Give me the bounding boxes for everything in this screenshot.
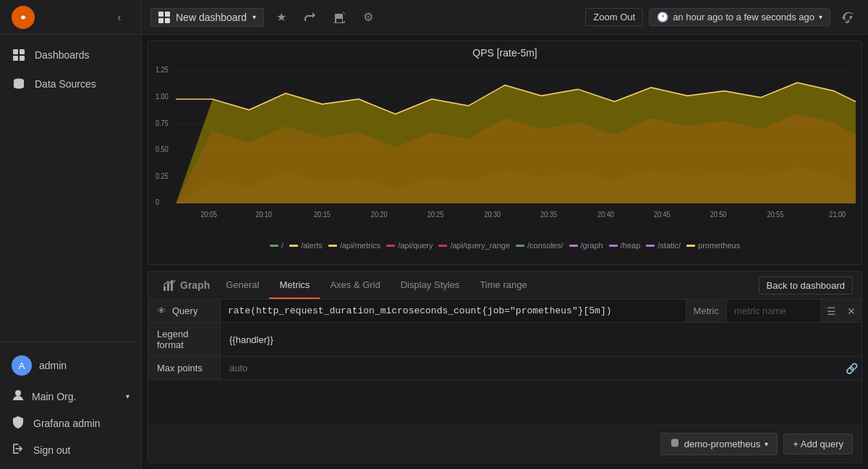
legend-color: [289, 245, 298, 247]
sidebar-item-signout[interactable]: Sign out: [0, 436, 141, 463]
legend-format-label: Legend format: [148, 323, 221, 356]
legend-item[interactable]: /static/: [646, 241, 681, 250]
svg-rect-4: [13, 56, 18, 61]
legend-item[interactable]: /api/query: [386, 241, 433, 250]
shield-icon: [12, 415, 25, 431]
sidebar-user: A admin: [0, 348, 141, 383]
avatar: A: [12, 355, 32, 376]
tab-axes-grid[interactable]: Axes & Grid: [320, 272, 390, 299]
legend-item[interactable]: prometheus: [686, 241, 740, 250]
datasource-button[interactable]: demo-prometheus ▾: [660, 433, 778, 455]
dashboard-caret-icon: ▾: [252, 13, 256, 21]
sidebar: ‹ Dashboards D: [0, 0, 142, 469]
max-points-input[interactable]: [221, 357, 838, 379]
svg-text:20:50: 20:50: [710, 211, 727, 219]
legend-color: [516, 245, 524, 247]
legend-item[interactable]: /heap: [609, 241, 641, 250]
svg-rect-2: [13, 49, 18, 54]
legend-item[interactable]: /graph: [569, 241, 603, 250]
legend-item[interactable]: /api/metrics: [328, 241, 380, 250]
sidebar-item-datasources[interactable]: Data Sources: [0, 69, 141, 98]
query-label: 👁 Query: [148, 300, 221, 322]
refresh-button[interactable]: [836, 6, 859, 29]
sidebar-nav: Dashboards Data Sources: [0, 35, 141, 342]
datasource-label: demo-prometheus: [684, 439, 761, 449]
metric-label: Metric: [686, 300, 726, 322]
svg-text:20:45: 20:45: [654, 211, 671, 219]
dashboard-title-button[interactable]: New dashboard ▾: [150, 8, 264, 27]
svg-text:0.75: 0.75: [156, 119, 169, 127]
svg-rect-5: [20, 56, 25, 61]
svg-text:20:20: 20:20: [371, 211, 388, 219]
org-label: Main Org.: [32, 391, 76, 402]
chart-panel: QPS [rate-5m] 1.25 1.00 0.75 0.50 0.25 0: [148, 41, 862, 265]
dashboards-label: Dashboards: [35, 49, 90, 61]
dashboard-grid-icon: [158, 12, 170, 23]
clock-icon: 🕐: [657, 12, 668, 22]
tab-general[interactable]: General: [216, 272, 269, 299]
sidebar-item-dashboards[interactable]: Dashboards: [0, 41, 141, 69]
grafana-admin-label: Grafana admin: [33, 418, 101, 429]
legend-color: [646, 245, 655, 247]
sidebar-item-org[interactable]: Main Org. ▾: [0, 383, 141, 410]
query-row-actions: ☰ ✕: [820, 300, 861, 322]
svg-text:1.00: 1.00: [156, 92, 169, 101]
metric-name-input[interactable]: [726, 300, 820, 322]
legend-item[interactable]: /alerts: [289, 241, 323, 250]
settings-button[interactable]: ⚙: [357, 6, 380, 29]
editor-tabs: Graph General Metrics Axes & Grid Displa…: [148, 271, 861, 300]
tab-display-styles[interactable]: Display Styles: [391, 272, 470, 299]
svg-text:20:40: 20:40: [597, 211, 614, 219]
max-points-link-button[interactable]: 🔗: [841, 363, 861, 374]
svg-rect-36: [167, 283, 169, 291]
zoom-out-button[interactable]: Zoom Out: [585, 8, 643, 26]
signout-label: Sign out: [33, 444, 70, 456]
query-remove-button[interactable]: ✕: [841, 300, 861, 322]
svg-text:0.50: 0.50: [156, 145, 169, 154]
database-icon: [12, 77, 26, 91]
save-button[interactable]: [328, 6, 351, 29]
legend-item[interactable]: /api/query_range: [438, 241, 510, 250]
svg-text:20:05: 20:05: [200, 211, 217, 219]
time-range-label: an hour ago to a few seconds ago: [673, 12, 814, 22]
svg-text:20:55: 20:55: [767, 211, 783, 219]
svg-rect-35: [163, 286, 166, 291]
eye-icon[interactable]: 👁: [157, 305, 166, 316]
tab-time-range[interactable]: Time range: [469, 272, 537, 299]
legend-item[interactable]: /consoles/: [516, 241, 563, 250]
legend-item[interactable]: /: [270, 241, 284, 250]
svg-point-1: [22, 15, 25, 19]
svg-text:20:30: 20:30: [484, 211, 501, 219]
svg-rect-3: [20, 49, 25, 54]
query-field-label: Query: [172, 305, 197, 316]
legend-color: [438, 245, 447, 247]
panel-type-label: Graph: [180, 279, 210, 291]
legend-format-input[interactable]: [221, 329, 861, 351]
svg-marker-22: [176, 83, 856, 203]
sidebar-item-grafana-admin[interactable]: Grafana admin: [0, 410, 141, 436]
share-button[interactable]: [299, 6, 322, 29]
sidebar-collapse-button[interactable]: ‹: [109, 7, 129, 28]
add-query-button[interactable]: + Add query: [783, 434, 853, 455]
panel-type-icon: Graph: [157, 271, 216, 299]
datasource-db-icon: [670, 438, 680, 450]
chart-area: 1.25 1.00 0.75 0.50 0.25 0: [148, 64, 861, 238]
org-icon: [12, 389, 25, 404]
svg-text:20:35: 20:35: [540, 211, 557, 219]
tab-metrics[interactable]: Metrics: [269, 272, 320, 299]
star-button[interactable]: ★: [270, 6, 293, 29]
time-range-button[interactable]: 🕐 an hour ago to a few seconds ago ▾: [649, 8, 830, 26]
editor-footer: demo-prometheus ▾ + Add query: [148, 425, 861, 462]
query-options-button[interactable]: ☰: [821, 300, 841, 322]
sidebar-bottom: A admin Main Org. ▾ Grafana admin: [0, 342, 141, 469]
sidebar-header: ‹: [0, 0, 141, 35]
svg-text:21:00: 21:00: [829, 211, 846, 219]
back-to-dashboard-button[interactable]: Back to dashboard: [759, 276, 853, 295]
svg-point-7: [15, 390, 21, 396]
max-points-label: Max points: [148, 357, 221, 379]
query-input[interactable]: [221, 300, 686, 322]
svg-text:20:15: 20:15: [314, 211, 331, 219]
org-caret-icon: ▾: [126, 392, 129, 400]
legend-format-field-label: Legend format: [157, 329, 211, 350]
svg-rect-37: [171, 280, 173, 291]
